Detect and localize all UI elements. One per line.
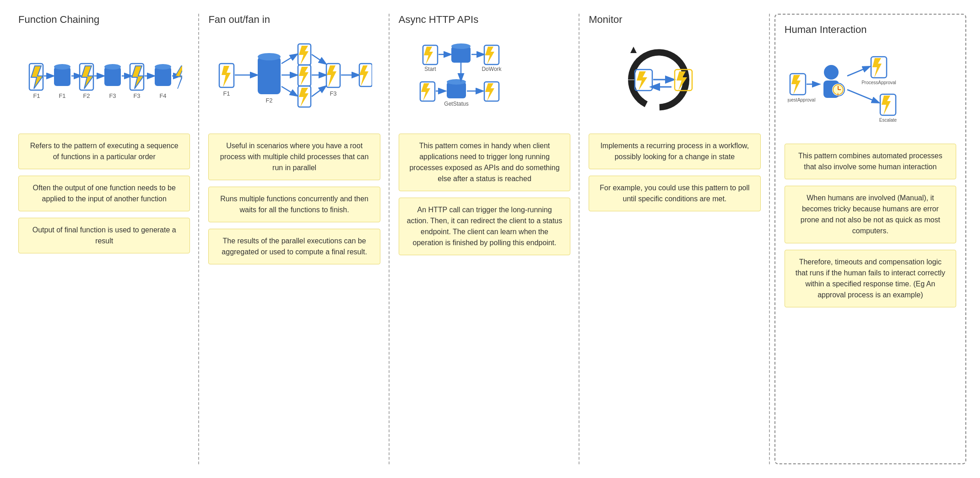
note-fo-1: Useful in scenarios where you have a roo… (208, 134, 380, 180)
svg-line-88 (847, 67, 869, 76)
svg-text:F1: F1 (59, 92, 65, 99)
svg-marker-0 (31, 66, 43, 89)
title-monitor: Monitor (589, 14, 760, 26)
diagram-function-chaining: F1 F1 F2 F3 F3 F4 (18, 34, 190, 125)
svg-line-32 (282, 54, 297, 64)
svg-marker-49 (359, 65, 368, 86)
svg-text:RequestApproval: RequestApproval (788, 97, 815, 102)
svg-marker-38 (299, 67, 309, 86)
svg-text:DoWork: DoWork (482, 66, 502, 72)
column-function-chaining: Function Chaining (9, 14, 199, 464)
svg-point-4 (54, 64, 70, 70)
svg-point-55 (451, 43, 471, 49)
svg-point-10 (104, 64, 121, 70)
note-fc-3: Output of final function is used to gene… (18, 218, 190, 253)
svg-line-34 (282, 86, 297, 96)
svg-marker-58 (485, 47, 494, 64)
svg-marker-6 (81, 66, 93, 89)
svg-marker-68 (485, 83, 494, 101)
note-ah-1: This pattern comes in handy when client … (399, 134, 570, 191)
svg-marker-94 (882, 96, 891, 115)
svg-line-89 (847, 90, 878, 102)
svg-text:F3: F3 (330, 90, 337, 97)
svg-marker-91 (872, 58, 882, 78)
title-human-interaction: Human Interaction (785, 24, 956, 36)
note-mo-1: Implements a recurring process in a work… (589, 134, 760, 169)
note-hi-1: This pattern combines automated processe… (785, 144, 956, 179)
svg-marker-70 (630, 47, 637, 53)
title-async-http: Async HTTP APIs (399, 14, 570, 26)
diagram-fan-out: F1 F2 (208, 34, 380, 125)
svg-text:F2: F2 (83, 92, 90, 99)
svg-point-16 (155, 64, 171, 70)
note-fc-2: Often the output of one function needs t… (18, 176, 190, 211)
svg-rect-9 (104, 67, 121, 86)
svg-text:F4: F4 (159, 92, 166, 99)
svg-point-61 (447, 79, 466, 85)
svg-text:F1: F1 (223, 90, 230, 97)
svg-rect-3 (54, 67, 70, 86)
page: Function Chaining (0, 0, 980, 478)
title-function-chaining: Function Chaining (18, 14, 190, 26)
svg-text:GetStatus: GetStatus (444, 101, 468, 107)
svg-marker-36 (299, 46, 309, 65)
svg-marker-65 (421, 83, 430, 101)
svg-marker-51 (424, 47, 433, 64)
svg-line-43 (312, 86, 325, 97)
svg-text:!: ! (837, 92, 839, 98)
svg-rect-29 (258, 57, 281, 94)
note-ah-2: An HTTP call can trigger the long-runnin… (399, 198, 570, 255)
column-monitor: Monitor (579, 14, 769, 464)
svg-marker-18 (175, 66, 182, 89)
title-fan-out: Fan out/fan in (208, 14, 380, 26)
note-fc-1: Refers to the pattern of executing a seq… (18, 134, 190, 169)
svg-marker-72 (637, 71, 647, 91)
diagram-async-http: Start DoWork GetStatus (399, 34, 570, 125)
note-fo-2: Runs multiple functions concurrently and… (208, 187, 380, 222)
svg-marker-40 (299, 88, 309, 107)
note-mo-2: For example, you could use this pattern … (589, 176, 760, 211)
note-hi-2: When humans are involved (Manual), it be… (785, 186, 956, 243)
svg-text:Escalate: Escalate (879, 118, 897, 123)
svg-text:F1: F1 (33, 92, 40, 99)
svg-line-41 (312, 54, 325, 64)
column-fan-out: Fan out/fan in F1 F2 (199, 14, 389, 464)
svg-marker-12 (132, 66, 144, 89)
svg-text:F2: F2 (266, 97, 273, 104)
svg-rect-15 (155, 67, 171, 86)
svg-text:F3: F3 (133, 92, 140, 99)
note-hi-3: Therefore, timeouts and compensation log… (785, 250, 956, 307)
svg-text:F3: F3 (109, 92, 116, 99)
svg-text:Start: Start (424, 66, 436, 72)
column-async-http: Async HTTP APIs Start (390, 14, 579, 464)
diagram-human-interaction: RequestApproval ! (785, 44, 956, 135)
column-human-interaction: Human Interaction RequestApproval (774, 14, 966, 464)
svg-text:ProcessApproval: ProcessApproval (862, 80, 897, 85)
note-fo-3: The results of the parallel executions c… (208, 229, 380, 264)
svg-point-81 (824, 65, 839, 80)
svg-marker-26 (222, 66, 231, 87)
svg-marker-78 (791, 75, 801, 95)
svg-point-30 (258, 53, 281, 60)
svg-marker-45 (327, 65, 336, 87)
diagram-monitor (589, 34, 760, 125)
